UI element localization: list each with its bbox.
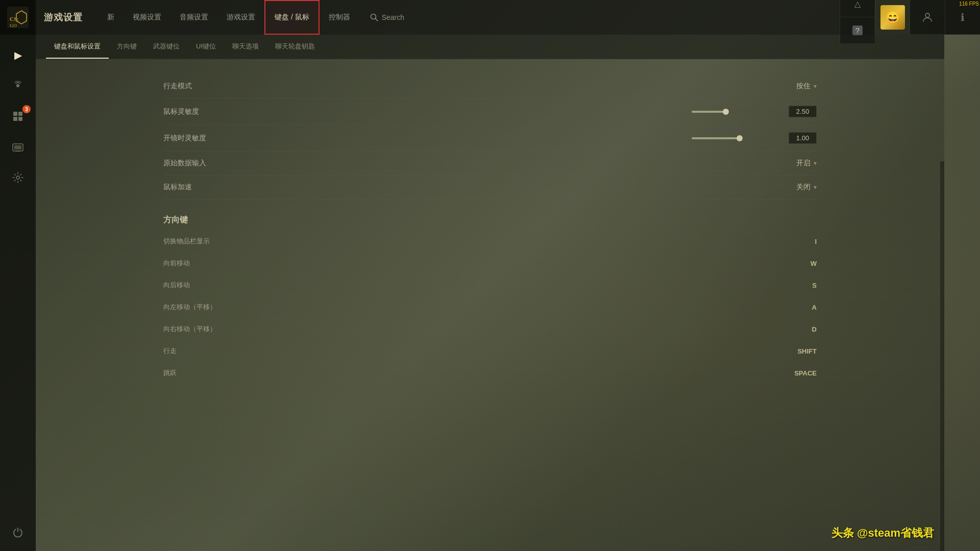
info-icon: ℹ [961,11,965,23]
topbar: CS: GO 游戏设置 新 视频设置 音频设置 游戏设置 键盘 / 鼠标 控制器… [0,0,980,35]
help-icon: ? [852,26,863,35]
setting-label-mouse-sens: 鼠标灵敏度 [163,107,199,116]
walk-mode-value: 按住 [796,82,811,91]
keybind-label-move-forward: 向前移动 [163,259,190,268]
mouse-sens-slider-track[interactable] [692,111,783,113]
setting-control-scope-sens: 1.00 [692,132,817,144]
keybind-row-toggle-inventory: 切换物品栏显示 I [163,231,817,253]
tv-icon [12,141,24,153]
keybind-key-toggle-inventory[interactable]: I [815,238,817,245]
sub-nav-chat-wheel[interactable]: 聊天轮盘钥匙 [267,35,323,59]
keybind-label-walk: 行走 [163,346,177,356]
inventory-icon [12,110,24,122]
keybind-label-toggle-inventory: 切换物品栏显示 [163,237,210,246]
setting-label-walk-mode: 行走模式 [163,82,192,91]
sub-nav: 键盘和鼠标设置 方向键 武器键位 UI键位 聊天选项 聊天轮盘钥匙 [36,35,944,59]
setting-control-walk-mode: 按住 ▾ [796,82,817,91]
user-button[interactable] [910,0,945,35]
raw-input-dropdown[interactable]: 开启 ▾ [796,159,817,168]
keybind-label-move-left: 向左移动（平移） [163,303,216,312]
mouse-accel-value: 关闭 [796,183,811,192]
setting-control-mouse-sens: 2.50 [692,106,817,117]
keybind-row-move-right: 向右移动（平移） D [163,318,817,340]
raw-input-value: 开启 [796,159,811,168]
play-icon: ▶ [14,49,22,61]
logo-area: CS: GO [0,0,36,35]
nav-item-keyboard[interactable]: 键盘 / 鼠标 [264,0,320,35]
setting-label-mouse-accel: 鼠标加速 [163,183,192,192]
nav-item-new[interactable]: 新 [98,0,124,35]
setting-control-mouse-accel: 关闭 ▾ [796,183,817,192]
mouse-sens-slider-fill [692,111,726,113]
setting-label-scope-sens: 开镜时灵敏度 [163,134,206,143]
sub-nav-chat[interactable]: 聊天选项 [224,35,267,59]
keybind-row-jump: 跳跃 SPACE [163,362,817,384]
setting-label-raw-input: 原始数据输入 [163,159,206,168]
mouse-accel-dropdown[interactable]: 关闭 ▾ [796,183,817,192]
csgo-logo: CS: GO [7,7,29,28]
keybind-key-move-left[interactable]: A [812,304,817,311]
raw-input-arrow: ▾ [814,160,817,167]
setting-row-mouse-sens: 鼠标灵敏度 2.50 [163,98,817,125]
left-sidebar: ▶ 3 [0,35,36,551]
sidebar-tv-button[interactable] [0,132,36,162]
main-content: 行走模式 按住 ▾ 鼠标灵敏度 2.50 开镜时灵敏度 [36,59,944,551]
page-title: 游戏设置 [44,11,83,23]
sub-nav-ui[interactable]: UI键位 [188,35,224,59]
sidebar-radio-button[interactable] [0,70,36,101]
sub-nav-keyboard-mouse[interactable]: 键盘和鼠标设置 [46,35,109,59]
main-nav: 新 视频设置 音频设置 游戏设置 键盘 / 鼠标 控制器 [98,0,359,35]
nav-item-audio[interactable]: 音频设置 [170,0,217,35]
scope-sens-slider-thumb[interactable] [737,135,743,141]
walk-mode-dropdown[interactable]: 按住 ▾ [796,82,817,91]
sub-nav-weapon[interactable]: 武器键位 [145,35,188,59]
power-icon [12,527,23,538]
keybind-label-move-right: 向右移动（平移） [163,324,216,334]
svg-point-6 [925,13,929,17]
svg-line-5 [375,19,378,21]
sidebar-power-button[interactable] [0,520,36,551]
scope-sens-slider-track[interactable] [692,137,783,139]
keybind-row-move-forward: 向前移动 W [163,253,817,274]
keybind-row-walk: 行走 SHIFT [163,340,817,362]
avatar-box[interactable]: 😄 [875,0,910,35]
mouse-sens-slider-thumb[interactable] [723,109,729,115]
watermark: 头条 @steam省钱君 [831,525,934,541]
sub-nav-directional[interactable]: 方向键 [109,35,145,59]
walk-mode-arrow: ▾ [814,83,817,90]
directional-section-header: 方向键 [163,205,817,231]
svg-rect-9 [18,112,22,116]
keybind-key-walk[interactable]: SHIFT [797,347,817,355]
sidebar-inventory-button[interactable]: 3 [0,101,36,132]
svg-point-7 [16,84,19,87]
keybind-key-move-back[interactable]: S [812,282,817,289]
svg-rect-14 [14,145,21,149]
svg-text:GO: GO [10,23,17,28]
help-button[interactable]: ? [840,17,875,44]
search-icon [370,13,379,22]
nav-item-controller[interactable]: 控制器 [320,0,359,35]
mouse-sens-value[interactable]: 2.50 [789,106,817,117]
keybind-key-move-forward[interactable]: W [811,260,817,267]
setting-row-mouse-accel: 鼠标加速 关闭 ▾ [163,176,817,199]
keybind-row-move-left: 向左移动（平移） A [163,296,817,318]
setting-row-walk-mode: 行走模式 按住 ▾ [163,74,817,98]
sidebar-play-button[interactable]: ▶ [0,40,36,70]
fps-counter: 116 FPS [959,1,979,7]
scroll-track[interactable] [940,59,944,551]
keybind-key-jump[interactable]: SPACE [794,369,817,377]
keybind-row-move-back: 向后移动 S [163,274,817,296]
settings-icon [12,171,24,184]
nav-item-game[interactable]: 游戏设置 [217,0,264,35]
keybind-label-jump: 跳跃 [163,368,177,378]
scroll-thumb[interactable] [940,59,944,161]
sidebar-settings-button[interactable] [0,162,36,193]
keybind-label-move-back: 向后移动 [163,281,190,290]
keybind-key-move-right[interactable]: D [812,325,817,333]
search-area[interactable]: Search [370,13,404,22]
avatar: 😄 [880,5,905,30]
scope-sens-value[interactable]: 1.00 [789,132,817,144]
nav-item-video[interactable]: 视频设置 [124,0,170,35]
mouse-accel-arrow: ▾ [814,184,817,191]
notification-button[interactable]: △ [840,0,875,17]
